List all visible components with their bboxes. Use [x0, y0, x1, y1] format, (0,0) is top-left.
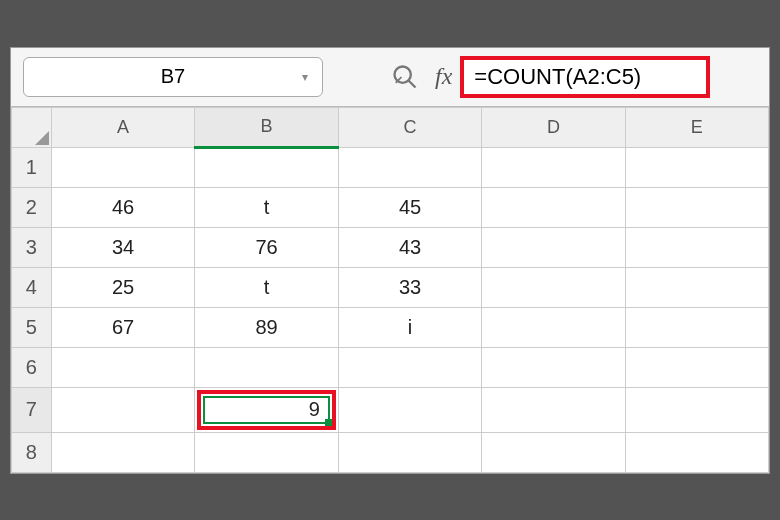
cell-c6[interactable] [338, 347, 481, 387]
cell-c2[interactable]: 45 [338, 187, 481, 227]
cell-c5[interactable]: i [338, 307, 481, 347]
cell-b3[interactable]: 76 [195, 227, 339, 267]
cell-d5[interactable] [482, 307, 625, 347]
row-header-6[interactable]: 6 [12, 347, 52, 387]
row-5: 5 67 89 i [12, 307, 769, 347]
cell-e2[interactable] [625, 187, 768, 227]
cell-e8[interactable] [625, 432, 768, 472]
cell-d3[interactable] [482, 227, 625, 267]
row-header-8[interactable]: 8 [12, 432, 52, 472]
cell-d1[interactable] [482, 147, 625, 187]
svg-line-1 [409, 80, 416, 87]
cell-b4[interactable]: t [195, 267, 339, 307]
cell-a7[interactable] [51, 387, 194, 432]
cell-b6[interactable] [195, 347, 339, 387]
col-header-c[interactable]: C [338, 107, 481, 147]
fx-icon[interactable]: fx [435, 63, 452, 90]
cell-e4[interactable] [625, 267, 768, 307]
cell-d8[interactable] [482, 432, 625, 472]
highlight-box: 9 [197, 390, 336, 430]
cell-c3[interactable]: 43 [338, 227, 481, 267]
cell-d4[interactable] [482, 267, 625, 307]
cell-a5[interactable]: 67 [51, 307, 194, 347]
cell-c1[interactable] [338, 147, 481, 187]
formula-text: =COUNT(A2:C5) [474, 64, 641, 90]
cell-a8[interactable] [51, 432, 194, 472]
formula-bar: B7 ▾ fx =COUNT(A2:C5) [11, 48, 769, 107]
row-7: 7 9 [12, 387, 769, 432]
cell-b5[interactable]: 89 [195, 307, 339, 347]
row-2: 2 46 t 45 [12, 187, 769, 227]
row-4: 4 25 t 33 [12, 267, 769, 307]
row-header-1[interactable]: 1 [12, 147, 52, 187]
name-box[interactable]: B7 ▾ [23, 57, 323, 97]
column-header-row: A B C D E [12, 107, 769, 147]
col-header-e[interactable]: E [625, 107, 768, 147]
active-cell-border: 9 [203, 396, 330, 424]
cell-grid: A B C D E 1 2 46 t 45 [11, 107, 769, 473]
cell-a1[interactable] [51, 147, 194, 187]
active-cell-value: 9 [309, 398, 320, 421]
cell-c7[interactable] [338, 387, 481, 432]
cell-d7[interactable] [482, 387, 625, 432]
row-1: 1 [12, 147, 769, 187]
spreadsheet-window: B7 ▾ fx =COUNT(A2:C5) A B C D E [10, 47, 770, 474]
formula-input[interactable]: =COUNT(A2:C5) [460, 56, 710, 98]
cell-d6[interactable] [482, 347, 625, 387]
cell-b2[interactable]: t [195, 187, 339, 227]
row-header-2[interactable]: 2 [12, 187, 52, 227]
name-box-value: B7 [161, 65, 185, 88]
cell-c8[interactable] [338, 432, 481, 472]
cell-a6[interactable] [51, 347, 194, 387]
row-8: 8 [12, 432, 769, 472]
cell-b7[interactable]: 9 [195, 387, 339, 432]
cell-b1[interactable] [195, 147, 339, 187]
row-header-7[interactable]: 7 [12, 387, 52, 432]
cell-e6[interactable] [625, 347, 768, 387]
row-header-5[interactable]: 5 [12, 307, 52, 347]
fill-handle[interactable] [325, 419, 332, 426]
cell-c4[interactable]: 33 [338, 267, 481, 307]
row-header-3[interactable]: 3 [12, 227, 52, 267]
row-3: 3 34 76 43 [12, 227, 769, 267]
row-header-4[interactable]: 4 [12, 267, 52, 307]
cell-a4[interactable]: 25 [51, 267, 194, 307]
cell-a3[interactable]: 34 [51, 227, 194, 267]
col-header-a[interactable]: A [51, 107, 194, 147]
cell-e3[interactable] [625, 227, 768, 267]
cell-d2[interactable] [482, 187, 625, 227]
col-header-d[interactable]: D [482, 107, 625, 147]
cell-b8[interactable] [195, 432, 339, 472]
select-all-corner[interactable] [12, 107, 52, 147]
cell-e1[interactable] [625, 147, 768, 187]
cell-a2[interactable]: 46 [51, 187, 194, 227]
cell-e5[interactable] [625, 307, 768, 347]
row-6: 6 [12, 347, 769, 387]
magnifier-icon[interactable] [391, 63, 419, 91]
formula-bar-icons: fx [391, 63, 452, 91]
cell-e7[interactable] [625, 387, 768, 432]
chevron-down-icon[interactable]: ▾ [302, 70, 308, 84]
col-header-b[interactable]: B [195, 107, 339, 147]
